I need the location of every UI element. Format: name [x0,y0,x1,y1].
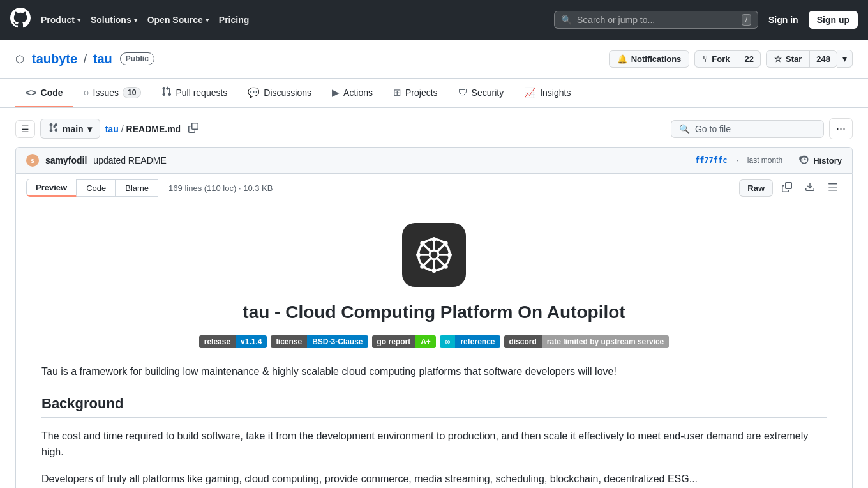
goto-file-input[interactable]: 🔍 Go to file [671,120,824,138]
commit-message: updated README [93,155,166,165]
svg-point-15 [444,264,448,269]
fork-group: ⑂ Fork 22 [694,50,761,68]
fork-button[interactable]: ⑂ Fork [694,50,738,68]
branch-selector-button[interactable]: main ▾ [40,119,100,139]
branch-icon [49,123,59,135]
notifications-button[interactable]: 🔔 Notifications [609,50,690,68]
search-small-icon: 🔍 [679,124,690,134]
svg-point-16 [444,241,448,245]
copy-path-button[interactable] [186,120,201,137]
readme-intro: Tau is a framework for building low main… [41,363,827,380]
signup-button[interactable]: Sign up [809,11,858,29]
badge-discord[interactable]: discord rate limited by upstream service [504,335,670,348]
navbar: Product ▾ Solutions ▾ Open Source ▾ Pric… [0,0,868,40]
badge-goreport[interactable]: go report A+ [372,335,436,348]
svg-point-11 [432,268,437,273]
list-view-button[interactable] [824,179,842,197]
tab-projects[interactable]: ⊞ Projects [383,79,448,107]
file-actions-right: Raw [739,179,842,197]
product-chevron-icon: ▾ [77,17,80,24]
download-button[interactable] [801,179,819,197]
commit-time: last month [747,156,782,165]
preview-tab[interactable]: Preview [26,179,77,197]
repo-owner-link[interactable]: taubyte [32,52,77,66]
file-toolbar: Preview Code Blame 169 lines (110 loc) ·… [15,174,853,202]
signin-button[interactable]: Sign in [768,15,798,25]
readme-background-title: Background [41,395,827,418]
actions-icon: ▶ [332,87,340,98]
blame-tab[interactable]: Blame [116,179,158,197]
nav-solutions[interactable]: Solutions ▾ [91,15,137,25]
solutions-chevron-icon: ▾ [134,17,137,24]
code-icon: <> [26,87,37,98]
readme-logo [402,223,466,287]
breadcrumb-repo-link[interactable]: tau [105,124,119,134]
svg-point-17 [420,264,424,269]
tab-discussions[interactable]: 💬 Discussions [237,79,322,107]
fork-count[interactable]: 22 [738,50,761,68]
breadcrumb-file: README.md [126,124,181,134]
search-bar[interactable]: 🔍 / [554,11,758,29]
opensource-chevron-icon: ▾ [206,17,209,24]
repo-name-link[interactable]: tau [93,52,112,66]
projects-icon: ⊞ [393,87,401,98]
search-icon: 🔍 [561,15,572,25]
file-area: ☰ main ▾ tau / README.md 🔍 Go to file ··… [0,108,868,488]
commit-row: s samyfodil updated README ff77ffc · las… [15,147,853,174]
branch-name: main [63,124,84,134]
svg-point-13 [447,253,452,257]
fork-icon: ⑂ [703,54,708,64]
star-group: ☆ Star 248 ▾ [766,50,853,68]
repo-actions: 🔔 Notifications ⑂ Fork 22 ☆ Star 248 ▾ [609,50,853,68]
insights-icon: 📈 [524,87,536,98]
raw-button[interactable]: Raw [739,179,773,197]
visibility-badge: Public [120,52,154,65]
code-tab[interactable]: Code [77,179,116,197]
nav-pricing[interactable]: Pricing [219,15,249,25]
badge-reference[interactable]: ∞ reference [440,335,500,348]
nav-opensource[interactable]: Open Source ▾ [147,15,209,25]
repo-path: taubyte / tau [32,52,112,66]
svg-point-14 [420,241,424,245]
history-button[interactable]: History [799,155,842,167]
tab-insights[interactable]: 📈 Insights [514,79,581,107]
tab-security[interactable]: 🛡 Security [448,79,514,107]
svg-point-12 [416,253,421,257]
star-icon: ☆ [774,54,782,64]
file-stats: 169 lines (110 loc) · 10.3 KB [168,183,273,193]
security-icon: 🛡 [458,87,468,98]
branch-chevron-icon: ▾ [87,124,92,134]
star-dropdown-button[interactable]: ▾ [837,50,853,68]
commit-hash[interactable]: ff77ffc [695,156,728,165]
history-icon [799,155,809,167]
file-nav: ☰ main ▾ tau / README.md 🔍 Go to file ··… [15,118,853,139]
copy-raw-button[interactable] [778,179,796,197]
issues-count: 10 [123,87,141,98]
avatar: s [26,154,39,167]
badges: release v1.1.4 license BSD-3-Clause go r… [41,335,827,348]
nav-product[interactable]: Product ▾ [41,15,80,25]
readme-background-para1: The cost and time required to build soft… [41,428,827,461]
breadcrumb: tau / README.md [105,124,181,134]
repo-tabs: <> Code ○ Issues 10 Pull requests 💬 Disc… [0,79,868,108]
star-count[interactable]: 248 [810,50,837,68]
badge-license[interactable]: license BSD-3-Clause [271,335,368,348]
tab-actions[interactable]: ▶ Actions [322,79,383,107]
commit-dot: · [737,156,738,165]
discussions-icon: 💬 [248,87,260,98]
readme-logo-wrap [41,223,827,287]
github-logo-icon[interactable] [10,8,31,32]
tab-pullrequests[interactable]: Pull requests [151,79,237,107]
svg-point-10 [432,237,437,241]
star-button[interactable]: ☆ Star [766,50,810,68]
search-input[interactable] [577,15,737,25]
more-options-button[interactable]: ··· [829,118,853,139]
bell-icon: 🔔 [617,54,627,64]
sidebar-toggle-button[interactable]: ☰ [15,120,35,138]
repo-header: ⬡ taubyte / tau Public 🔔 Notifications ⑂… [0,40,868,79]
tab-issues[interactable]: ○ Issues 10 [73,79,152,107]
badge-release[interactable]: release v1.1.4 [199,335,267,348]
commit-author[interactable]: samyfodil [45,155,87,165]
search-kbd: / [742,14,751,26]
tab-code[interactable]: <> Code [15,79,73,107]
